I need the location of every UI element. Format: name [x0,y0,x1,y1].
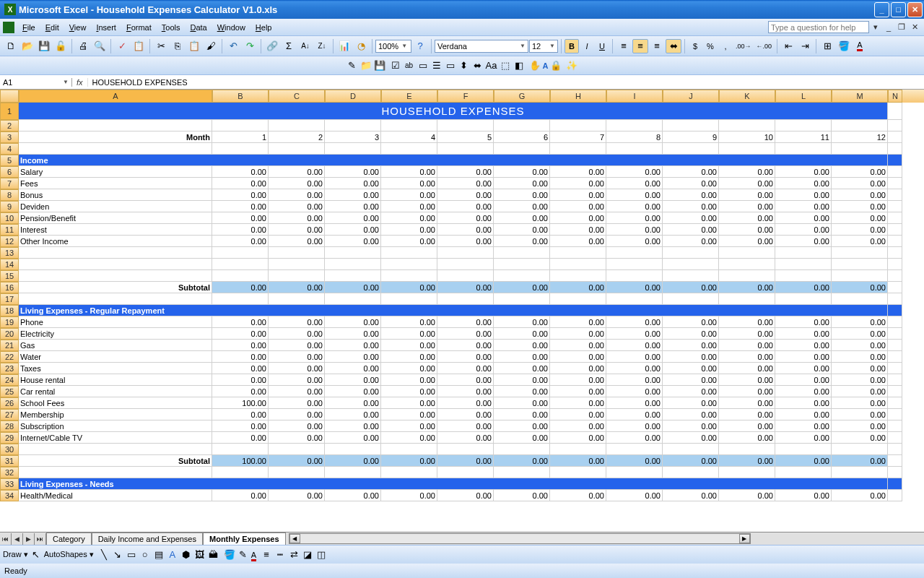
cell[interactable] [888,259,902,270]
row-header-2[interactable]: 2 [0,120,19,131]
menu-window[interactable]: Window [212,22,250,33]
cell[interactable]: 0.00 [494,340,550,351]
undo-button[interactable]: ↶ [225,39,241,53]
oval-button[interactable]: ○ [139,549,151,561]
cell[interactable]: 11 [775,131,832,143]
cell[interactable]: 0.00 [381,420,437,432]
cell[interactable]: 0.00 [437,386,494,397]
group-button[interactable]: ⬚ [500,60,511,72]
section-header[interactable]: Living Expenses - Regular Repayment [19,305,888,316]
cell[interactable]: Subscription [19,420,212,432]
cell[interactable]: 0.00 [550,201,606,212]
help-search-input[interactable] [768,21,869,33]
fill-color-draw-button[interactable]: 🪣 [224,549,235,561]
cell[interactable]: 0.00 [832,397,888,409]
cell[interactable]: 0.00 [832,409,888,420]
cell[interactable]: 0.00 [775,316,832,328]
cell[interactable]: 0.00 [832,432,888,444]
cell[interactable] [832,120,888,131]
cell[interactable]: 0.00 [212,201,269,212]
permission-button[interactable]: 🔓 [53,39,69,53]
cell[interactable]: 0.00 [832,386,888,397]
cell[interactable] [888,490,902,501]
cell[interactable]: 0.00 [775,236,832,247]
cell[interactable] [832,270,888,282]
cell[interactable] [606,120,663,131]
cell[interactable]: 0.00 [550,363,606,374]
cell[interactable]: 0.00 [663,282,719,293]
cell[interactable]: 0.00 [325,340,381,351]
cell[interactable]: 0.00 [212,409,269,420]
line-button[interactable]: ╲ [98,549,110,561]
comma-button[interactable]: , [718,39,733,53]
cell[interactable]: 0.00 [663,432,719,444]
cell[interactable]: 0.00 [325,409,381,420]
cell[interactable] [494,247,550,259]
cell[interactable]: 0.00 [606,316,663,328]
cell[interactable]: 0.00 [663,328,719,340]
cell[interactable]: 0.00 [494,189,550,201]
column-header-K[interactable]: K [719,90,775,103]
column-header-C[interactable]: C [269,90,325,103]
help-dropdown-icon[interactable]: ▾ [871,22,881,33]
cell[interactable] [888,131,902,143]
cell[interactable]: 0.00 [719,212,775,224]
checkbox-button[interactable]: ☑ [390,60,401,72]
cell[interactable]: 0.00 [550,178,606,189]
cell[interactable] [832,293,888,305]
cell[interactable]: 0.00 [381,178,437,189]
cut-button[interactable]: ✂ [153,39,169,53]
cell[interactable] [325,270,381,282]
cell[interactable]: 0.00 [719,166,775,178]
cell[interactable]: 0.00 [719,282,775,293]
row-header-9[interactable]: 9 [0,201,19,212]
cell[interactable]: 0.00 [719,409,775,420]
cell[interactable] [888,247,902,259]
column-header-B[interactable]: B [212,90,269,103]
cell[interactable] [663,120,719,131]
cell[interactable]: Membership [19,409,212,420]
cell[interactable] [832,467,888,478]
cell[interactable]: 0.00 [719,224,775,236]
menu-file[interactable]: File [17,22,40,33]
cell[interactable] [888,236,902,247]
cell[interactable]: 0.00 [775,351,832,363]
cell[interactable]: 0.00 [437,328,494,340]
cell[interactable]: 0.00 [550,236,606,247]
cell[interactable]: 0.00 [663,189,719,201]
cell[interactable]: 0.00 [325,178,381,189]
cell[interactable]: 0.00 [775,328,832,340]
cell[interactable]: 0.00 [719,455,775,467]
cell[interactable] [550,444,606,455]
cell[interactable]: 0.00 [606,351,663,363]
cell[interactable] [888,420,902,432]
line-color-button[interactable]: ✎ [237,549,249,561]
cell[interactable] [888,432,902,444]
cell[interactable]: 0.00 [832,340,888,351]
cell[interactable]: 0.00 [832,455,888,467]
cell[interactable]: 0.00 [550,409,606,420]
formula-value[interactable]: HOUSEHOLD EXPENSES [88,78,192,87]
tab-last-button[interactable]: ⏭ [35,533,46,545]
cell[interactable]: 0.00 [437,178,494,189]
cell[interactable] [437,467,494,478]
column-header-N[interactable]: N [888,90,902,103]
row-header-8[interactable]: 8 [0,189,19,201]
cell[interactable] [550,270,606,282]
doc-minimize-button[interactable]: _ [884,22,894,33]
cell[interactable] [19,143,212,155]
cell[interactable] [381,143,437,155]
cell[interactable] [19,270,212,282]
section-header[interactable]: Income [19,155,888,166]
new-button[interactable]: 🗋 [3,39,19,53]
cell[interactable]: 0.00 [269,224,325,236]
cell[interactable]: Car rental [19,386,212,397]
cell[interactable]: 0.00 [212,363,269,374]
cell[interactable]: 0.00 [325,386,381,397]
rectangle-button[interactable]: ▭ [126,549,137,561]
cell[interactable]: 0.00 [663,386,719,397]
cell[interactable] [550,293,606,305]
cell[interactable] [381,270,437,282]
cell[interactable]: Pension/Benefit [19,212,212,224]
cell[interactable] [832,259,888,270]
